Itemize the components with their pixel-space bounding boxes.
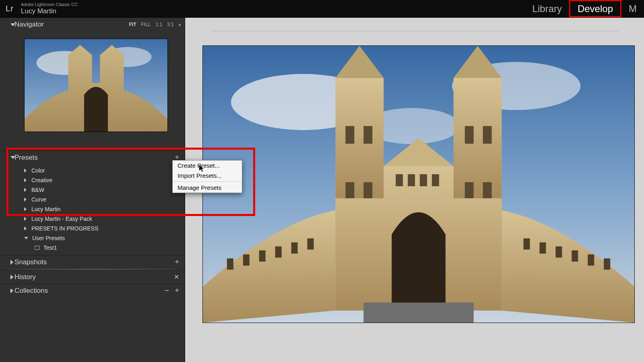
svg-rect-14 <box>345 182 354 198</box>
svg-rect-36 <box>539 243 546 254</box>
svg-rect-34 <box>572 251 578 262</box>
svg-rect-37 <box>524 239 530 250</box>
svg-rect-17 <box>483 182 492 198</box>
svg-rect-15 <box>363 182 372 198</box>
zoom-menu-icon[interactable]: ♦ <box>179 23 181 27</box>
svg-rect-24 <box>420 174 427 186</box>
svg-rect-33 <box>588 254 594 265</box>
svg-rect-19 <box>363 126 372 144</box>
preset-group-user[interactable]: User Presets <box>0 233 185 243</box>
collections-header[interactable]: Collections − + <box>0 284 185 297</box>
snapshots-header[interactable]: Snapshots + <box>0 255 185 269</box>
menu-create-preset[interactable]: Create Preset... <box>173 160 242 171</box>
preset-group-label: Lucy Martin - Easy Pack <box>31 216 92 222</box>
navigator-label: Navigator <box>14 21 44 29</box>
remove-collection-button[interactable]: − <box>161 286 173 295</box>
preset-group-label: User Presets <box>32 235 65 241</box>
snapshots-label: Snapshots <box>14 258 47 266</box>
preset-group-bw[interactable]: B&W <box>0 185 185 195</box>
top-bar: Lr Adobe Lightroom Classic CC Lucy Marti… <box>0 0 644 18</box>
main-image[interactable] <box>202 45 635 323</box>
module-more[interactable]: M <box>621 0 644 17</box>
user-name: Lucy Martin <box>21 7 78 15</box>
svg-rect-21 <box>483 126 492 144</box>
svg-rect-23 <box>408 174 415 186</box>
chevron-down-icon <box>10 156 15 159</box>
chevron-right-icon <box>24 188 27 192</box>
workspace: Navigator FIT FILL 1:1 3:1 ♦ <box>0 18 644 362</box>
left-panel: Navigator FIT FILL 1:1 3:1 ♦ <box>0 18 185 362</box>
svg-rect-35 <box>555 247 562 258</box>
preview-divider <box>211 31 618 31</box>
collections-label: Collections <box>14 287 48 295</box>
zoom-fill[interactable]: FILL <box>141 22 151 27</box>
svg-rect-30 <box>291 243 298 254</box>
svg-rect-10 <box>454 78 502 198</box>
add-collection-button[interactable]: + <box>173 286 181 295</box>
chevron-right-icon <box>24 226 27 230</box>
chevron-down-icon <box>10 23 15 26</box>
menu-divider <box>173 181 242 182</box>
preset-group-label: Creative <box>31 177 52 183</box>
zoom-fit[interactable]: FIT <box>129 22 136 27</box>
chevron-right-icon <box>24 217 27 221</box>
preset-group-label: B&W <box>31 187 44 193</box>
preset-item-label: Test1 <box>43 245 57 251</box>
presets-header[interactable]: Presets + <box>0 150 185 164</box>
zoom-3-1[interactable]: 3:1 <box>167 22 174 27</box>
preset-group-curve[interactable]: Curve <box>0 195 185 204</box>
chevron-right-icon <box>10 260 13 265</box>
module-switcher: Library Develop M <box>525 0 644 17</box>
navigator-thumbnail[interactable] <box>24 39 168 132</box>
chevron-right-icon <box>24 178 27 182</box>
chevron-right-icon <box>10 275 13 280</box>
preset-group-label: Curve <box>31 196 46 203</box>
preset-group-easy-pack[interactable]: Lucy Martin - Easy Pack <box>0 214 185 224</box>
zoom-1-1[interactable]: 1:1 <box>156 22 163 27</box>
menu-import-presets[interactable]: Import Presets... <box>173 171 242 181</box>
menu-manage-presets[interactable]: Manage Presets <box>173 183 242 193</box>
svg-rect-32 <box>604 258 610 269</box>
svg-rect-13 <box>363 302 473 323</box>
preset-group-label: PRESETS IN PROGRESS <box>31 225 98 232</box>
app-title: Adobe Lightroom Classic CC <box>21 2 78 7</box>
history-label: History <box>14 273 36 281</box>
preset-plus-menu: Create Preset... Import Presets... Manag… <box>172 160 242 193</box>
zoom-controls: FIT FILL 1:1 3:1 ♦ <box>129 22 181 27</box>
preset-group-lucy-martin[interactable]: Lucy Martin <box>0 204 185 214</box>
app-logo: Lr <box>0 0 19 18</box>
title-column: Adobe Lightroom Classic CC Lucy Martin <box>19 2 78 15</box>
module-library[interactable]: Library <box>525 0 569 17</box>
chevron-right-icon <box>24 169 27 173</box>
svg-rect-28 <box>259 251 266 262</box>
svg-rect-22 <box>396 174 403 186</box>
preset-group-in-progress[interactable]: PRESETS IN PROGRESS <box>0 224 185 233</box>
svg-rect-31 <box>308 239 314 250</box>
navigator-header[interactable]: Navigator FIT FILL 1:1 3:1 ♦ <box>0 18 185 31</box>
svg-rect-26 <box>227 258 233 269</box>
preset-thumb-icon <box>35 246 39 250</box>
svg-rect-8 <box>335 78 384 198</box>
chevron-right-icon <box>24 207 27 211</box>
svg-rect-18 <box>345 126 354 144</box>
preset-list: Color Creative B&W Curve Lucy Martin Luc… <box>0 164 185 255</box>
preset-item-test1[interactable]: Test1 <box>0 243 185 253</box>
presets-label: Presets <box>14 154 38 162</box>
svg-rect-20 <box>465 126 474 144</box>
preset-group-label: Lucy Martin <box>31 206 60 212</box>
svg-rect-25 <box>432 174 439 186</box>
clear-history-button[interactable]: ✕ <box>172 273 181 281</box>
preview-area <box>185 18 644 362</box>
preset-group-label: Color <box>31 167 45 174</box>
add-snapshot-button[interactable]: + <box>173 258 181 266</box>
preset-group-creative[interactable]: Creative <box>0 175 185 185</box>
svg-rect-27 <box>243 254 250 265</box>
module-develop[interactable]: Develop <box>569 0 621 17</box>
history-header[interactable]: History ✕ <box>0 270 185 284</box>
preset-group-color[interactable]: Color <box>0 166 185 175</box>
chevron-down-icon <box>24 237 28 239</box>
svg-rect-29 <box>275 247 282 258</box>
chevron-right-icon <box>10 288 13 293</box>
svg-rect-16 <box>465 182 474 198</box>
chevron-right-icon <box>24 197 27 202</box>
